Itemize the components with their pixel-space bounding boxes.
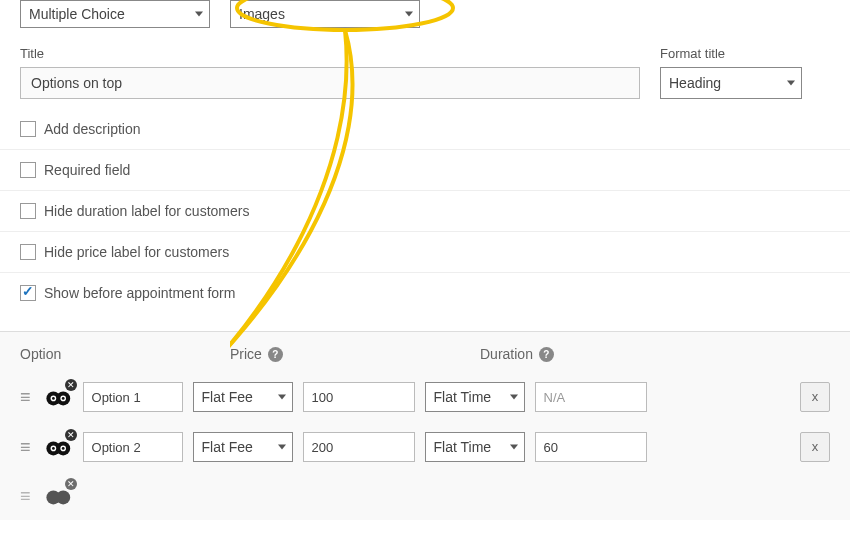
hide-duration-label: Hide duration label for customers <box>44 203 249 219</box>
svg-point-4 <box>52 397 55 400</box>
chevron-down-icon <box>278 395 286 400</box>
price-amount-input[interactable] <box>303 432 415 462</box>
title-label: Title <box>20 46 640 61</box>
chevron-down-icon <box>195 12 203 17</box>
duration-amount-input[interactable] <box>535 382 647 412</box>
add-description-label: Add description <box>44 121 141 137</box>
option-thumbnail[interactable]: ✕ <box>45 433 73 461</box>
show-before-label: Show before appointment form <box>44 285 235 301</box>
hide-price-label: Hide price label for customers <box>44 244 229 260</box>
chevron-down-icon <box>405 12 413 17</box>
chevron-down-icon <box>510 445 518 450</box>
duration-header: Duration <box>480 346 533 362</box>
duration-type-select[interactable]: Flat Time <box>425 382 525 412</box>
required-field-label: Required field <box>44 162 130 178</box>
hide-duration-row[interactable]: Hide duration label for customers <box>0 190 850 231</box>
duration-type-value: Flat Time <box>434 389 492 405</box>
duration-amount-input[interactable] <box>535 432 647 462</box>
duration-type-select[interactable]: Flat Time <box>425 432 525 462</box>
format-title-value: Heading <box>669 75 721 91</box>
svg-point-10 <box>52 447 55 450</box>
checkbox-icon <box>20 162 36 178</box>
drag-handle-icon[interactable] <box>20 392 33 402</box>
price-header: Price <box>230 346 262 362</box>
display-format-select[interactable]: Images <box>230 0 420 28</box>
help-icon[interactable]: ? <box>539 347 554 362</box>
format-title-select[interactable]: Heading <box>660 67 802 99</box>
option-name-input[interactable] <box>83 382 183 412</box>
title-input[interactable] <box>20 67 640 99</box>
price-amount-input[interactable] <box>303 382 415 412</box>
checkbox-icon <box>20 244 36 260</box>
option-row: ✕ Flat Fee Flat Time x <box>0 372 850 422</box>
svg-point-5 <box>61 397 64 400</box>
price-type-value: Flat Fee <box>202 389 253 405</box>
svg-point-13 <box>56 490 70 504</box>
checkbox-icon <box>20 121 36 137</box>
add-description-row[interactable]: Add description <box>0 109 850 149</box>
drag-handle-icon[interactable] <box>20 442 33 452</box>
price-type-value: Flat Fee <box>202 439 253 455</box>
delete-option-button[interactable]: x <box>800 432 830 462</box>
chevron-down-icon <box>787 81 795 86</box>
help-icon[interactable]: ? <box>268 347 283 362</box>
svg-point-11 <box>61 447 64 450</box>
display-format-value: Images <box>239 6 285 22</box>
hide-price-row[interactable]: Hide price label for customers <box>0 231 850 272</box>
option-row: ✕ <box>0 472 850 520</box>
duration-type-value: Flat Time <box>434 439 492 455</box>
show-before-row[interactable]: Show before appointment form <box>0 272 850 313</box>
option-row: ✕ Flat Fee Flat Time x <box>0 422 850 472</box>
option-name-input[interactable] <box>83 432 183 462</box>
drag-handle-icon[interactable] <box>20 491 33 501</box>
option-thumbnail[interactable]: ✕ <box>45 383 73 411</box>
price-type-select[interactable]: Flat Fee <box>193 432 293 462</box>
checkbox-icon <box>20 203 36 219</box>
chevron-down-icon <box>510 395 518 400</box>
checkbox-checked-icon <box>20 285 36 301</box>
remove-image-icon[interactable]: ✕ <box>65 379 77 391</box>
price-type-select[interactable]: Flat Fee <box>193 382 293 412</box>
required-field-row[interactable]: Required field <box>0 149 850 190</box>
options-section: Option Price ? Duration ? ✕ Flat Fee Fla… <box>0 331 850 520</box>
option-header: Option <box>20 346 230 362</box>
remove-image-icon[interactable]: ✕ <box>65 429 77 441</box>
option-thumbnail[interactable]: ✕ <box>45 482 73 510</box>
question-type-value: Multiple Choice <box>29 6 125 22</box>
delete-option-button[interactable]: x <box>800 382 830 412</box>
chevron-down-icon <box>278 445 286 450</box>
remove-image-icon[interactable]: ✕ <box>65 478 77 490</box>
format-title-label: Format title <box>660 46 802 61</box>
question-type-select[interactable]: Multiple Choice <box>20 0 210 28</box>
